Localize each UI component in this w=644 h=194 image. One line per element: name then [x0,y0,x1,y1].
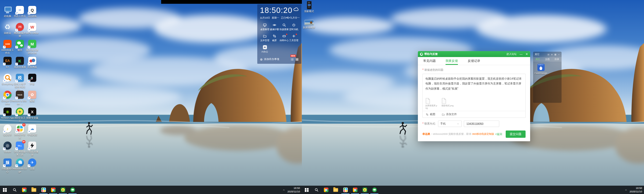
mag-icon [282,23,286,27]
desktop-icon-xunyou-booster[interactable]: K↗迅游加速器 [13,57,27,69]
notification-badge: 5 [22,123,26,126]
taskbar-messenger[interactable] [68,186,77,194]
organizer-item-fastorange[interactable]: kchph.cc FastOrange [534,64,548,75]
taskbar-file-explorer[interactable] [331,186,341,194]
desktop-icon-google-chrome[interactable]: ↗Google Chrome [1,91,14,105]
taskbar-360-software-manager[interactable] [39,186,48,194]
desktop-icon-zhongshui-fengkong[interactable]: ☁↗中税风控 [26,125,39,136]
desktop-icon-1688-workbench[interactable]: 1688↗1688商家工作台 [1,40,14,55]
desktop-icon-360-software-manager[interactable]: 5↗360软件管家 [13,125,27,139]
taskbar-chrome[interactable] [321,186,331,194]
widget-time: 18:50:20 [260,6,292,14]
chevron-down-icon [457,123,459,125]
organizer-tab-2[interactable]: 文档 [542,58,552,61]
taskbar-360-software-manager[interactable] [341,186,350,194]
organizer-tab-1[interactable]: 其它 [533,58,542,61]
tray-chevron-icon[interactable] [625,189,627,191]
desktop-icon-qq-music[interactable]: ♪↗QQ音乐 [1,125,14,136]
widget-tool-quick-search-tool[interactable]: 快捷搜索 [279,23,289,31]
desktop-icon-nvidia-app[interactable]: ◉↗NVIDIA App [1,108,14,119]
desktop-icon-360-safe[interactable]: +↗360安全卫士 [13,108,27,122]
desktop-icon-dll-repair-tool[interactable]: DLL9+↗DLL系统修复工具 [13,142,27,156]
widget-tool-file-manager-tool[interactable]: 文件管理 [260,34,270,42]
taskbar-360-safe[interactable]: + [360,186,370,194]
taskbar-clock[interactable]: 18:502025/11/10 [629,186,642,193]
desktop-icon-label: Mount & Blade … [13,100,27,105]
desktop-icon-jianying-pro[interactable]: X↗剪映专业版 [26,108,39,119]
desktop-icon-secondary-screenshot-file[interactable]: 副屏幕截屏 [302,20,316,29]
widget-tool-screenshot-tool[interactable]: 截屏 [270,34,279,42]
submit-question-button[interactable]: 提交问题 [506,130,526,138]
taskbar-file-explorer[interactable] [29,186,39,194]
search-button[interactable] [10,186,19,194]
desktop-icon-label: 抖店工作台 [13,15,27,18]
attachment-secondary-screenshot[interactable]: 副屏幕截屏.png [425,98,438,110]
desktop-icon-doudian-workbench[interactable]: C!↗抖店工作台 [13,6,27,18]
dialog-titlebar[interactable]: 帮助与反馈 进入论坛 — ✕ [418,51,530,57]
desktop-icon-douyin[interactable]: ♬↗抖音 [26,74,39,86]
shortcut-arrow-icon: ↗ [15,63,18,65]
desktop-icon-projection-mode-file[interactable]: 投影模式 [302,1,316,13]
taskbar-chrome-window[interactable] [48,186,58,194]
desktop-icon-recycle-bin[interactable]: ♻回收站 [1,23,14,35]
desktop-icon-heybox-booster[interactable]: ↗小黑盒加速器 [26,142,39,156]
widget-tool-tool-manager-tool[interactable]: 工具管理 [289,34,299,42]
desktop-icon-wps-office[interactable]: W↗WPS Office [26,23,39,35]
shortcut-arrow-icon: ↗ [15,114,18,116]
desktop-icon-netease-mail[interactable]: ✉↗网易邮箱大师 [13,23,27,38]
desktop-icon-1688-workbench-tile: 1688↗ [3,40,12,48]
grid-view-icon[interactable] [554,54,556,56]
attachment-projection-mode[interactable]: 投影模式.png [442,98,454,110]
desktop-icon-microsoft-edge[interactable]: ↗Microsoft Edge [13,158,27,173]
collapse-icon[interactable] [558,54,560,56]
minimize-button[interactable]: — [520,53,523,56]
start-button[interactable] [302,186,312,194]
taskbar-chrome-window[interactable] [350,186,360,194]
widget-tool-desktop-organize-tool[interactable]: 桌面整理 [260,23,270,31]
taskbar-360-safe[interactable]: + [58,186,68,194]
desktop-icon-wechat[interactable]: ↗微信 [13,40,27,52]
close-button[interactable]: ✕ [526,53,528,56]
desktop-icon-tax-bureau[interactable]: 税↗自然人电子税务局(扣缴… [13,74,27,91]
contact-type-select[interactable]: 手机 [438,121,462,127]
sort-list-icon[interactable] [547,54,549,56]
phone-input[interactable]: 13435118050 [464,121,499,127]
desktop-icon-steam[interactable]: ◎↗Steam [1,142,14,153]
taskbar-messenger[interactable] [370,186,379,194]
desktop-icon-label: 百度网盘 [26,66,39,69]
search-button[interactable] [312,186,321,194]
taskbar-chrome[interactable] [19,186,29,194]
desktop-icon-ea-tile: EA↗ [3,57,12,65]
desktop-icon-ea[interactable]: EA↗EA [1,57,14,69]
desktop-icon-mount-and-blade[interactable]: M&B↗Mount & Blade … [13,91,27,105]
question-textarea[interactable]: 电脑重启的时候桌面助手会把我的屏幕投影重置，我主机是联想小新14笔记本电脑，现在… [422,74,526,118]
desktop-icon-thunder[interactable]: ✈↗迅雷 [26,158,39,170]
start-button[interactable] [0,186,10,194]
dialog-tab-1[interactable]: 常见问题 [423,57,436,65]
screenshot-button[interactable]: 截图 [426,112,435,117]
desktop-icon-everything[interactable]: ↗Everything [1,74,14,86]
desktop-icon-mouse-clicker[interactable]: M↗鼠标连点器 2014.06 [26,40,39,55]
desktop-icon-this-pc[interactable]: 此电脑 [1,6,14,18]
widget-tool-leisure-center-tool[interactable]: 休闲中心 [279,34,289,42]
add-icon[interactable] [551,54,553,56]
taskbar-right: +18:502025/11/10 [302,186,644,194]
widget-grid-icon[interactable] [295,58,299,61]
widget-tool-timed-shutdown-tool[interactable]: 定时关机 [289,23,299,31]
todo-list-icon[interactable] [291,58,294,61]
add-file-button[interactable]: 添加文件 [442,112,457,117]
desktop-icon-tax-service-center[interactable]: 服↗办税服务中心 [1,158,14,173]
widget-tool-eye-protect-tool[interactable]: 健康护眼 [270,23,279,31]
taskbar-clock[interactable]: 18:502025/11/10 [287,186,300,193]
back-link[interactable]: <返回 [495,132,502,136]
tray-chevron-icon[interactable] [283,189,285,191]
desktop-icon-baidu-netdisk[interactable]: ↗百度网盘 [26,57,39,69]
organizer-tab-3[interactable]: 目录 [552,58,562,61]
dialog-tab-2[interactable]: 我要反馈 [446,57,458,65]
add-todo-button[interactable]: ⊕ 添加待办事项 [260,58,279,61]
enter-forum-link[interactable]: 进入论坛 [506,52,517,56]
desktop-icon-qq-game[interactable]: Q↗QQ游戏 [26,6,39,18]
widget-tool-ai-office[interactable]: AI AI办公 [260,45,270,54]
dialog-tab-3[interactable]: 反馈记录 [468,57,480,65]
desktop-icon-xingtu[interactable]: ✿↗醒图 [26,91,39,103]
